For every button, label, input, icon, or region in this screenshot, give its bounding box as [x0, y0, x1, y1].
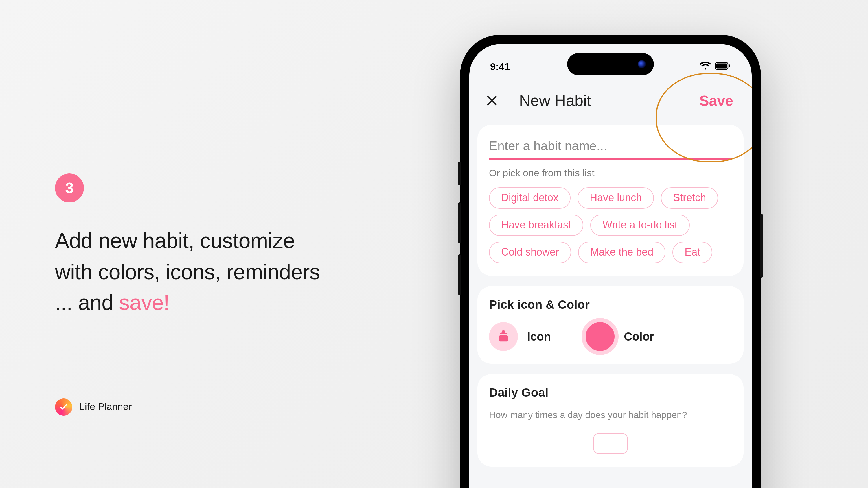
promo-headline: Add new habit, customize with colors, ic… [55, 226, 425, 319]
phone-side-button [458, 254, 461, 295]
headline-line1: Add new habit, customize [55, 229, 295, 253]
section-title-daily-goal: Daily Goal [489, 386, 732, 399]
daily-goal-subtitle: How many times a day does your habit hap… [489, 410, 732, 420]
color-swatch [586, 322, 615, 351]
suggestion-chip[interactable]: Write a to-do list [590, 215, 689, 236]
color-picker-label: Color [624, 330, 654, 343]
save-button[interactable]: Save [693, 89, 739, 112]
topbar: New Habit Save [469, 80, 752, 122]
phone-side-button [760, 214, 763, 278]
status-time: 9:41 [490, 61, 510, 73]
dynamic-island [567, 53, 654, 75]
habit-name-input[interactable] [489, 136, 732, 160]
step-badge: 3 [55, 173, 84, 202]
phone-side-button [458, 162, 461, 185]
suggestion-chip-row: Digital detoxHave lunchStretchHave break… [489, 187, 732, 263]
suggestion-chip[interactable]: Stretch [661, 187, 718, 209]
wifi-icon [700, 61, 711, 73]
svg-rect-2 [728, 64, 730, 67]
suggestion-chip[interactable]: Eat [673, 242, 712, 263]
habit-icon-preview [489, 322, 518, 351]
suggestion-chip[interactable]: Have lunch [578, 187, 654, 209]
suggestion-chip[interactable]: Cold shower [489, 242, 571, 263]
page-title: New Habit [519, 92, 591, 109]
brand-row: Life Planner [55, 398, 132, 416]
goal-count-input[interactable] [593, 433, 628, 454]
suggestion-chip[interactable]: Digital detox [489, 187, 570, 209]
habit-name-card: Or pick one from this list Digital detox… [477, 125, 744, 276]
brand-name: Life Planner [79, 401, 132, 413]
svg-rect-1 [716, 64, 727, 68]
brand-logo-icon [55, 398, 72, 416]
section-title-icon-color: Pick icon & Color [489, 298, 732, 312]
close-button[interactable] [482, 91, 502, 110]
phone-screen: 9:41 New Habit Save [469, 44, 752, 488]
camera-icon [638, 60, 646, 68]
battery-icon [715, 61, 731, 73]
phone-frame: 9:41 New Habit Save [460, 35, 761, 488]
suggestion-hint: Or pick one from this list [489, 168, 732, 179]
daily-goal-card: Daily Goal How many times a day does you… [477, 374, 744, 466]
color-picker[interactable]: Color [586, 322, 654, 351]
headline-line3-prefix: ... and [55, 291, 119, 315]
headline-line2: with colors, icons, reminders [55, 260, 320, 284]
suggestion-chip[interactable]: Have breakfast [489, 215, 583, 236]
suggestion-chip[interactable]: Make the bed [578, 242, 665, 263]
icon-picker-label: Icon [527, 330, 551, 343]
icon-picker[interactable]: Icon [489, 322, 551, 351]
headline-accent: save! [119, 291, 169, 315]
phone-side-button [458, 202, 461, 243]
icon-color-card: Pick icon & Color Icon Color [477, 286, 744, 364]
